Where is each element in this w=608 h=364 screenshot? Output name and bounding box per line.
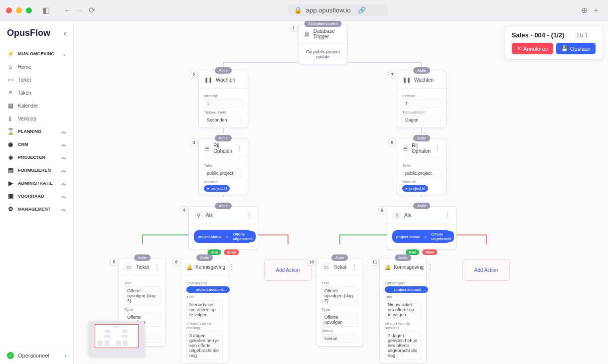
- ticket-icon: ▭: [321, 262, 330, 271]
- nav-home[interactable]: ⌂Home: [0, 60, 73, 73]
- field-value: Offerte opvolgen (dag 3): [124, 286, 160, 305]
- field-label: Ontvangers: [186, 281, 223, 285]
- nav-kalender[interactable]: ▦Kalender: [0, 99, 73, 112]
- downloads-icon[interactable]: ⊕: [578, 4, 590, 16]
- workflow-canvas[interactable]: Sales - 004 - (1/2) 1b.1 ✕Annuleren 💾Ops…: [74, 21, 608, 364]
- node-number: 10: [307, 258, 315, 266]
- field-value: Offerte opvolgen (dag 7): [321, 286, 358, 305]
- window-minimize[interactable]: [16, 7, 22, 13]
- field-label: Type: [124, 307, 160, 312]
- node-wait-2[interactable]: 2 Actie ❚❚Wachten Interval 1 Tijdseenhei…: [198, 71, 248, 128]
- nav-section-management[interactable]: ⚙MANAGEMENT︽: [0, 203, 73, 216]
- env-icon: ⚡: [7, 50, 14, 57]
- node-badge: Actie: [413, 203, 430, 209]
- nav-label: PROJECTEN: [18, 155, 45, 160]
- node-badge: Actie: [395, 254, 412, 261]
- nav-label: Kalender: [18, 103, 38, 109]
- nav-section-planning[interactable]: ⌛PLANNING︽: [0, 125, 73, 138]
- forward-icon[interactable]: →: [74, 4, 86, 16]
- rows-icon: ☰: [402, 144, 409, 153]
- field-label: Waarde: [402, 180, 441, 184]
- cancel-button[interactable]: ✕Annuleren: [512, 43, 553, 54]
- nav-section-formulieren[interactable]: ▤FORMULIEREN︽: [0, 164, 73, 177]
- node-ticket-10[interactable]: 10 Actie ▭Ticket⋮ Titel Offerte opvolgen…: [316, 258, 363, 347]
- calendar-icon: ▦: [7, 102, 14, 109]
- window-close[interactable]: [6, 7, 12, 13]
- nav-label: VOORRAAD: [18, 194, 44, 199]
- lock-icon: 🔒: [294, 6, 302, 14]
- stock-icon: ▣: [7, 193, 14, 200]
- node-number: 6: [172, 258, 180, 266]
- field-value: Nieuw ticket om offerte op te volgen: [385, 300, 421, 319]
- nav-taken[interactable]: ≡Taken: [0, 86, 73, 99]
- node-menu-icon[interactable]: ⋮: [153, 263, 160, 271]
- field-value: public.project: [204, 169, 243, 178]
- node-number: 3: [190, 138, 198, 146]
- node-notify-11[interactable]: 11 Actie 🔔Kennisgeving⋮ Ontvangers 👤 pro…: [379, 258, 427, 364]
- node-wait-7[interactable]: 7 Actie ❚❚Wachten Interval 7 Tijdseenhei…: [397, 71, 447, 128]
- node-badge: Actie: [413, 67, 430, 74]
- node-menu-icon[interactable]: ⋮: [246, 211, 253, 219]
- node-title: Rij Ophalen: [412, 143, 431, 154]
- window-maximize[interactable]: [26, 7, 32, 13]
- nav-section-administratie[interactable]: ▶ADMINISTRATIE︽: [0, 177, 73, 190]
- node-menu-icon[interactable]: ⋮: [228, 263, 235, 271]
- status-text: Operationeel: [18, 353, 60, 359]
- nav-label: ADMINISTRATIE: [18, 181, 53, 186]
- field-label: Tafel: [204, 163, 243, 168]
- add-action-left[interactable]: Add Action: [264, 259, 311, 281]
- crm-icon: ◉: [7, 141, 14, 148]
- nav-label: FORMULIEREN: [18, 168, 51, 173]
- admin-icon: ▶: [7, 180, 14, 187]
- node-badge: Actie: [196, 254, 213, 261]
- condition-pill: project.status=Offerte uitgebracht: [194, 230, 253, 243]
- reload-icon[interactable]: ⟳: [86, 4, 98, 16]
- chevron-down-icon: ⌄: [62, 51, 66, 57]
- node-trigger[interactable]: 1 Activatiemoment ▤Database Trigger Op p…: [298, 24, 348, 64]
- pause-icon: ❚❚: [402, 75, 411, 84]
- chevron-icon: ︽: [61, 154, 66, 161]
- node-title: Kennisgeving: [195, 264, 225, 270]
- nav-section-omgeving[interactable]: ⚡MIJN OMGEVING⌄: [0, 47, 73, 60]
- node-menu-icon[interactable]: ⋮: [351, 263, 358, 271]
- node-number: 8: [388, 138, 396, 146]
- node-title: Als: [206, 213, 213, 218]
- add-action-right[interactable]: Add Action: [462, 259, 510, 281]
- chevron-icon: ︽: [61, 206, 66, 213]
- node-badge: Actie: [215, 67, 232, 74]
- nav-section-crm[interactable]: ◉CRM︽: [0, 138, 73, 151]
- node-notify-6[interactable]: 6 Actie 🔔Kennisgeving⋮ Ontvangers 👤 proj…: [181, 258, 228, 364]
- nav-label: PLANNING: [18, 129, 41, 134]
- node-if-4[interactable]: 4 Actie ⚲Als⋮ project.status=Offerte uit…: [188, 206, 258, 249]
- new-tab-icon[interactable]: +: [590, 4, 602, 16]
- nav-ticket[interactable]: ▭Ticket: [0, 73, 73, 86]
- sidebar-collapse-icon[interactable]: ‹: [64, 29, 66, 38]
- node-number: 7: [388, 71, 396, 79]
- nav-section-projecten[interactable]: ◈PROJECTEN︽: [0, 151, 73, 164]
- link-icon: 🔗: [358, 6, 366, 14]
- node-title: Ticket: [136, 264, 149, 270]
- node-fetch-3[interactable]: 3 Actie ☰Rij Ophalen⋮ Tafel public.proje…: [198, 138, 248, 195]
- node-fetch-8[interactable]: 8 Actie ☰Rij Ophalen⋮ Tafel public.proje…: [397, 138, 447, 195]
- field-label: Tafel: [402, 163, 441, 168]
- minimap[interactable]: [89, 321, 145, 356]
- node-menu-icon[interactable]: ⋮: [444, 211, 451, 219]
- add-action-label: Add Action: [474, 267, 498, 273]
- node-menu-icon[interactable]: ⋮: [434, 144, 441, 152]
- nav-verkoop[interactable]: ⫿Verkoop: [0, 112, 73, 125]
- bell-icon: 🔔: [186, 262, 192, 271]
- node-menu-icon[interactable]: ⋮: [236, 144, 243, 152]
- node-if-9[interactable]: 9 Actie ⚲Als⋮ project.status=Offerte uit…: [387, 206, 456, 249]
- save-button[interactable]: 💾Opslaan: [556, 43, 596, 54]
- filter-icon: ⚲: [194, 211, 203, 220]
- back-icon[interactable]: ←: [62, 4, 74, 16]
- url-bar[interactable]: 🔒 app.opusflow.io 🔗: [288, 4, 388, 16]
- node-menu-icon[interactable]: ⋮: [427, 263, 434, 271]
- nav-section-voorraad[interactable]: ▣VOORRAAD︽: [0, 190, 73, 203]
- sidebar-toggle-icon[interactable]: ◧: [40, 4, 52, 16]
- mgmt-icon: ⚙: [7, 206, 14, 213]
- field-value: Nieuw ticket om offerte op te volgen: [186, 300, 223, 319]
- nav-label: MANAGEMENT: [18, 207, 51, 212]
- sidebar-footer[interactable]: ✓ Operationeel ›: [0, 347, 73, 364]
- chevron-icon: ︽: [61, 180, 66, 187]
